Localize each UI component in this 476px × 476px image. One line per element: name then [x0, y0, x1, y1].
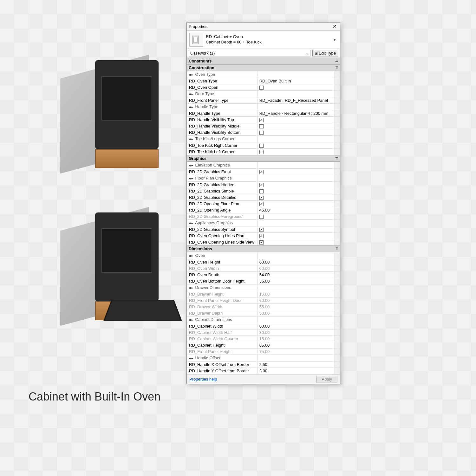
param-value-cell[interactable]: [257, 84, 334, 91]
param-value-cell[interactable]: [257, 188, 334, 194]
properties-help-link[interactable]: Properties help: [189, 377, 217, 381]
type-selector[interactable]: RD_Cabinet + Oven Cabinet Depth = 60 + T…: [187, 31, 340, 49]
checkbox[interactable]: [259, 118, 264, 122]
param-value[interactable]: 15.00: [259, 292, 270, 297]
param-value[interactable]: RD_Handle - Rectangular 4 : 200 mm: [259, 111, 329, 116]
section-dimensions[interactable]: Dimensions⇈: [187, 245, 340, 252]
param-value-cell[interactable]: 2.50: [257, 362, 334, 368]
param-value-cell[interactable]: [257, 142, 334, 149]
param-value[interactable]: 75.00: [259, 349, 270, 354]
param-value[interactable]: 35.00: [259, 279, 270, 284]
checkbox[interactable]: [259, 131, 264, 135]
param-button[interactable]: [334, 362, 340, 368]
param-button[interactable]: [334, 149, 340, 155]
param-value[interactable]: 60.00: [259, 324, 270, 329]
param-value[interactable]: 54.00: [259, 272, 270, 277]
param-value[interactable]: 15.00: [259, 336, 270, 341]
param-button[interactable]: [334, 194, 340, 201]
param-button[interactable]: [334, 129, 340, 136]
param-value[interactable]: 60.00: [259, 260, 270, 264]
param-button[interactable]: [334, 188, 340, 194]
section-constraints[interactable]: Constraints⇊: [187, 58, 340, 64]
param-button[interactable]: [334, 142, 340, 149]
param-button[interactable]: [334, 226, 340, 233]
param-value-cell[interactable]: 15.00: [257, 291, 334, 297]
param-button[interactable]: [334, 233, 340, 239]
param-button[interactable]: [334, 291, 340, 297]
param-value-cell[interactable]: 35.00: [257, 278, 334, 284]
param-value[interactable]: RD_Oven Built in: [259, 79, 291, 83]
checkbox[interactable]: [259, 183, 264, 187]
param-button[interactable]: [334, 265, 340, 272]
checkbox[interactable]: [259, 189, 264, 193]
param-button[interactable]: [334, 169, 340, 175]
param-value[interactable]: 60.00: [259, 266, 270, 271]
checkbox[interactable]: [259, 215, 264, 219]
checkbox[interactable]: [259, 228, 264, 232]
param-value-cell[interactable]: 60.00: [257, 259, 334, 265]
param-value-cell[interactable]: 60.00: [257, 297, 334, 304]
param-value-cell[interactable]: 60.00: [257, 265, 334, 272]
param-button[interactable]: [334, 304, 340, 310]
param-button[interactable]: [334, 368, 340, 374]
param-value-cell[interactable]: 45.00°: [257, 207, 334, 213]
param-button[interactable]: [334, 239, 340, 245]
param-button[interactable]: [334, 201, 340, 207]
param-value[interactable]: RD_Facade : RD_F_Recessed Panel: [259, 98, 328, 103]
section-construction[interactable]: Construction⇈: [187, 64, 340, 71]
checkbox[interactable]: [259, 234, 264, 238]
param-button[interactable]: [334, 117, 340, 123]
apply-button[interactable]: Apply: [316, 376, 337, 382]
checkbox[interactable]: [259, 196, 264, 200]
param-value[interactable]: 2.50: [259, 362, 267, 367]
checkbox[interactable]: [259, 170, 264, 174]
param-value-cell[interactable]: [257, 149, 334, 155]
param-value-cell[interactable]: RD_Facade : RD_F_Recessed Panel: [257, 97, 334, 104]
param-value-cell[interactable]: [257, 117, 334, 123]
param-value-cell[interactable]: [257, 182, 334, 188]
param-value-cell[interactable]: [257, 213, 334, 220]
param-value-cell[interactable]: [257, 169, 334, 175]
param-value[interactable]: 60.00: [259, 298, 270, 303]
param-button[interactable]: [334, 310, 340, 316]
param-value-cell[interactable]: RD_Oven Built in: [257, 78, 334, 84]
type-dropdown-arrow[interactable]: ▾: [332, 37, 337, 42]
category-selector[interactable]: Casework (1) ⌄: [189, 50, 310, 56]
param-value-cell[interactable]: [257, 226, 334, 233]
param-value[interactable]: 3.00: [259, 368, 267, 373]
close-button[interactable]: ✕: [331, 23, 338, 29]
checkbox[interactable]: [259, 144, 264, 148]
param-button[interactable]: [334, 342, 340, 349]
param-value-cell[interactable]: 50.00: [257, 310, 334, 316]
param-value-cell[interactable]: 30.00: [257, 329, 334, 336]
param-button[interactable]: [334, 329, 340, 336]
param-value-cell[interactable]: [257, 239, 334, 245]
param-button[interactable]: [334, 213, 340, 220]
param-value-cell[interactable]: 15.00: [257, 336, 334, 342]
param-value[interactable]: 30.00: [259, 330, 270, 335]
param-button[interactable]: [334, 84, 340, 91]
param-button[interactable]: [334, 182, 340, 188]
param-value-cell[interactable]: 54.00: [257, 272, 334, 278]
param-value-cell[interactable]: 55.00: [257, 304, 334, 310]
param-value-cell[interactable]: RD_Handle - Rectangular 4 : 200 mm: [257, 110, 334, 117]
param-value-cell[interactable]: 85.00: [257, 342, 334, 349]
param-value-cell[interactable]: 75.00: [257, 349, 334, 355]
param-button[interactable]: [334, 336, 340, 342]
param-button[interactable]: [334, 78, 340, 84]
param-value-cell[interactable]: [257, 201, 334, 207]
checkbox[interactable]: [259, 124, 264, 128]
param-value[interactable]: 50.00: [259, 311, 270, 316]
param-button[interactable]: [334, 97, 340, 104]
param-button[interactable]: [334, 278, 340, 284]
param-value[interactable]: 45.00°: [259, 208, 271, 212]
param-button[interactable]: [334, 297, 340, 304]
checkbox[interactable]: [259, 202, 264, 206]
param-button[interactable]: [334, 349, 340, 355]
param-value[interactable]: 85.00: [259, 343, 270, 348]
param-value-cell[interactable]: [257, 129, 334, 136]
param-value-cell[interactable]: [257, 123, 334, 129]
param-button[interactable]: [334, 272, 340, 278]
param-button[interactable]: [334, 323, 340, 329]
checkbox[interactable]: [259, 86, 264, 90]
